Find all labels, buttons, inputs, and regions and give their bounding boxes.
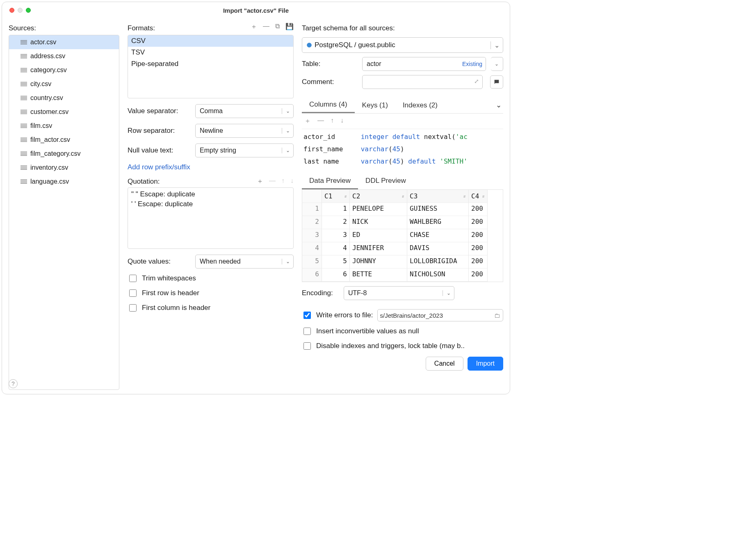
import-button[interactable]: Import [468, 357, 503, 371]
table-chevron[interactable]: ⌄ [491, 57, 503, 71]
file-icon [21, 68, 27, 72]
list-item[interactable]: " " Escape: duplicate [130, 189, 291, 199]
insert-null-checkbox[interactable]: Insert inconvertible values as null [302, 326, 503, 336]
sidebar-item[interactable]: film_actor.csv [9, 133, 119, 147]
sidebar-item[interactable]: film_category.csv [9, 147, 119, 161]
data-preview-grid[interactable]: C1⇵C2⇵C3⇵C4⇵11PENELOPEGUINESS20022NICKWA… [302, 190, 503, 282]
file-icon [21, 138, 27, 142]
error-file-input[interactable]: s/JetBrains/actor_2023 🗀 [377, 309, 503, 321]
file-icon [21, 124, 27, 128]
tab-ddl-preview[interactable]: DDL Preview [358, 173, 413, 189]
table-row[interactable]: 22NICKWAHLBERG200 [302, 216, 503, 229]
file-icon [21, 110, 27, 114]
first-row-checkbox[interactable]: First row is header [128, 288, 294, 298]
chat-icon[interactable] [490, 75, 503, 89]
table-row[interactable]: 11PENELOPEGUINESS200 [302, 203, 503, 216]
add-icon[interactable]: ＋ [251, 23, 257, 31]
formats-label: Formats: [128, 24, 155, 32]
list-item[interactable]: CSV [128, 35, 293, 47]
target-schema-label: Target schema for all sources: [302, 24, 503, 32]
cancel-button[interactable]: Cancel [426, 357, 463, 371]
column-definitions: actor_id integer default nextval('acfirs… [302, 129, 503, 169]
help-icon[interactable]: ? [9, 379, 18, 388]
file-icon [21, 96, 27, 100]
file-icon [21, 152, 27, 156]
remove-icon[interactable]: — [263, 23, 269, 31]
sidebar-item[interactable]: category.csv [9, 63, 119, 77]
chevron-down-icon: ⌄ [282, 259, 293, 264]
trim-checkbox[interactable]: Trim whitespaces [128, 273, 294, 283]
target-schema-select[interactable]: PostgreSQL / guest.public ⌄ [302, 37, 503, 53]
list-item[interactable]: ' ' Escape: duplicate [130, 199, 291, 209]
file-icon [21, 54, 27, 58]
chevron-down-icon: ⌄ [282, 148, 293, 153]
null-select[interactable]: Empty string ⌄ [195, 143, 294, 157]
table-label: Table: [302, 60, 357, 68]
table-input[interactable]: actor Existing [362, 57, 486, 71]
first-col-checkbox[interactable]: First column is header [128, 303, 294, 313]
remove-icon: — [269, 177, 276, 186]
chevron-down-icon: ⌄ [443, 290, 454, 296]
quote-values-label: Quote values: [128, 257, 191, 266]
file-icon [21, 180, 27, 184]
sidebar-item[interactable]: customer.csv [9, 105, 119, 119]
up-icon: ↑ [281, 177, 285, 186]
sidebar-item[interactable]: city.csv [9, 77, 119, 91]
sidebar-item[interactable]: language.csv [9, 175, 119, 189]
chevron-down-icon[interactable]: ⌄ [488, 98, 503, 113]
file-icon [21, 40, 27, 44]
down-icon: ↓ [290, 177, 294, 186]
sidebar-item[interactable]: country.csv [9, 91, 119, 105]
comment-label: Comment: [302, 78, 357, 86]
quote-values-select[interactable]: When needed ⌄ [195, 255, 294, 269]
sources-list[interactable]: actor.csvaddress.csvcategory.csvcity.csv… [9, 35, 119, 390]
write-errors-checkbox[interactable]: Write errors to file: s/JetBrains/actor_… [302, 309, 503, 321]
save-icon: 💾 [285, 23, 294, 31]
list-item[interactable]: TSV [128, 47, 293, 58]
existing-tag: Existing [462, 61, 486, 67]
postgresql-icon [306, 42, 312, 48]
down-icon: ↓ [340, 117, 344, 125]
null-label: Null value text: [128, 146, 191, 155]
tab-indexes[interactable]: Indexes (2) [395, 98, 445, 113]
chevron-down-icon: ⌄ [490, 41, 503, 49]
add-icon[interactable]: ＋ [257, 177, 263, 186]
quotation-list[interactable]: " " Escape: duplicate' ' Escape: duplica… [128, 187, 294, 249]
table-row[interactable]: 66BETTENICHOLSON200 [302, 269, 503, 282]
titlebar: Import "actor.csv" File [2, 2, 510, 18]
remove-icon: — [317, 117, 324, 125]
sidebar-item[interactable]: address.csv [9, 49, 119, 63]
formats-list[interactable]: CSVTSVPipe-separated [128, 35, 294, 98]
encoding-select[interactable]: UTF-8 ⌄ [344, 286, 454, 300]
sidebar-item[interactable]: actor.csv [9, 35, 119, 49]
value-sep-label: Value separator: [128, 107, 191, 115]
disable-indexes-checkbox[interactable]: Disable indexes and triggers, lock table… [302, 341, 503, 351]
row-sep-label: Row separator: [128, 127, 191, 135]
sidebar-item[interactable]: film.csv [9, 119, 119, 133]
chevron-down-icon: ⌄ [282, 128, 293, 134]
folder-icon[interactable]: 🗀 [494, 312, 500, 319]
file-icon [21, 166, 27, 170]
row-sep-select[interactable]: Newline ⌄ [195, 124, 294, 138]
tab-keys[interactable]: Keys (1) [355, 98, 395, 113]
table-row[interactable]: 55JOHNNYLOLLOBRIGIDA200 [302, 255, 503, 269]
value-sep-select[interactable]: Comma ⌄ [195, 104, 294, 118]
copy-icon[interactable]: ⧉ [275, 23, 280, 31]
table-row[interactable]: 33EDCHASE200 [302, 229, 503, 242]
add-prefix-link[interactable]: Add row prefix/suffix [128, 163, 294, 171]
list-item[interactable]: Pipe-separated [128, 58, 293, 70]
table-row[interactable]: 44JENNIFERDAVIS200 [302, 242, 503, 255]
sources-label: Sources: [9, 24, 119, 32]
tab-columns[interactable]: Columns (4) [302, 97, 355, 113]
sidebar-item[interactable]: inventory.csv [9, 161, 119, 175]
chevron-down-icon: ⌄ [491, 61, 502, 67]
tab-data-preview[interactable]: Data Preview [302, 173, 358, 189]
comment-input[interactable]: ⤢ [362, 75, 483, 89]
svg-point-0 [307, 43, 312, 48]
expand-icon[interactable]: ⤢ [474, 78, 479, 84]
quotation-label: Quotation: [128, 178, 160, 186]
window-title: Import "actor.csv" File [2, 7, 510, 14]
up-icon: ↑ [331, 117, 334, 125]
file-icon [21, 82, 27, 86]
add-icon[interactable]: ＋ [304, 117, 311, 125]
